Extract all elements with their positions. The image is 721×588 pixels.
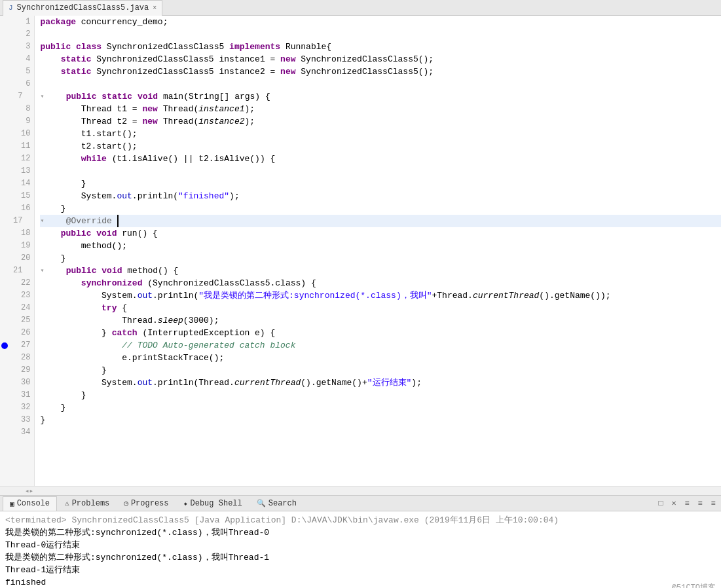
line-number-23: 23 — [13, 289, 30, 302]
line-number-19: 19 — [13, 240, 30, 252]
bottom-tab-bar: ▣Console⚠Problems◷Progress⬥Debug Shell🔍S… — [0, 496, 721, 511]
line-number-2: 2 — [13, 28, 30, 41]
line-number-4: 4 — [13, 53, 30, 65]
breakpoint-row-25[interactable] — [0, 314, 9, 327]
line-number-26: 26 — [13, 327, 30, 339]
code-line-11: t2.start(); — [40, 140, 721, 153]
line-number-15: 15 — [13, 190, 30, 202]
code-line-30: System.out.println(Thread.currentThread(… — [40, 377, 721, 389]
code-line-21: ▾ public void method() { — [40, 265, 721, 277]
breakpoint-row-1[interactable] — [0, 16, 9, 28]
code-line-10: t1.start(); — [40, 128, 721, 140]
line-number-34: 34 — [13, 426, 30, 439]
breakpoint-row-20[interactable] — [0, 252, 9, 265]
code-line-15: System.out.println("finished"); — [40, 190, 721, 202]
line-number-8: 8 — [13, 103, 30, 115]
breakpoint-row-15[interactable] — [0, 190, 9, 202]
close-icon[interactable]: × — [153, 5, 157, 12]
code-line-32: } — [40, 401, 721, 414]
console-line: 我是类锁的第二种形式:synchronized(*.class)，我叫Threa… — [5, 526, 716, 539]
breakpoint-row-23[interactable] — [0, 289, 9, 302]
breakpoint-row-7[interactable] — [0, 90, 9, 103]
breakpoint-row-19[interactable] — [0, 240, 9, 252]
panel-icon-4[interactable]: ≡ — [708, 498, 718, 509]
breakpoint-row-4[interactable] — [0, 53, 9, 65]
breakpoint-row-17[interactable] — [0, 215, 9, 227]
java-file-icon: J — [9, 4, 13, 12]
line-number-20: 20 — [13, 252, 30, 265]
bottom-tab-progress[interactable]: ◷Progress — [117, 496, 175, 511]
breakpoint-row-8[interactable] — [0, 103, 9, 115]
breakpoint-row-13[interactable] — [0, 165, 9, 177]
breakpoint-row-33[interactable] — [0, 414, 9, 426]
line-number-17: 17 — [13, 215, 30, 227]
h-scrollbar[interactable]: ◂▸ — [0, 486, 721, 495]
line-number-7: 7 — [13, 90, 30, 103]
line-number-9: 9 — [13, 115, 30, 128]
code-line-16: } — [40, 202, 721, 215]
line-number-6: 6 — [13, 78, 30, 90]
fold-icon[interactable]: ▾ — [40, 90, 44, 103]
breakpoint-row-10[interactable] — [0, 128, 9, 140]
breakpoint-row-26[interactable] — [0, 327, 9, 339]
line-number-10: 10 — [13, 128, 30, 140]
bottom-tab-search[interactable]: 🔍Search — [250, 496, 303, 511]
line-number-29: 29 — [13, 364, 30, 377]
panel-icon-1[interactable]: ✕ — [669, 498, 679, 509]
console-line: Thread-1运行结束 — [5, 564, 716, 576]
breakpoint-column — [0, 16, 9, 486]
breakpoint-row-2[interactable] — [0, 28, 9, 41]
code-line-18: public void run() { — [40, 227, 721, 240]
breakpoint-row-12[interactable] — [0, 153, 9, 165]
breakpoint-row-21[interactable] — [0, 265, 9, 277]
line-number-11: 11 — [13, 140, 30, 153]
code-line-6 — [40, 78, 721, 90]
fold-icon[interactable]: ▾ — [40, 265, 44, 277]
breakpoint-row-34[interactable] — [0, 426, 9, 439]
breakpoint-row-22[interactable] — [0, 277, 9, 289]
breakpoint-row-32[interactable] — [0, 401, 9, 414]
code-line-25: Thread.sleep(3000); — [40, 314, 721, 327]
line-number-13: 13 — [13, 165, 30, 177]
line-number-14: 14 — [13, 177, 30, 190]
code-line-13 — [40, 165, 721, 177]
breakpoint-row-27[interactable] — [0, 339, 9, 352]
breakpoint-row-16[interactable] — [0, 202, 9, 215]
breakpoint-row-18[interactable] — [0, 227, 9, 240]
breakpoint-row-29[interactable] — [0, 364, 9, 377]
code-content[interactable]: package concurrency_demo;public class Sy… — [35, 16, 721, 486]
code-line-3: public class SynchronizedClassClass5 imp… — [40, 41, 721, 53]
breakpoint-row-11[interactable] — [0, 140, 9, 153]
code-line-5: static SynchronizedClassClass5 instance2… — [40, 65, 721, 78]
breakpoint-row-30[interactable] — [0, 377, 9, 389]
panel-icon-0[interactable]: □ — [656, 498, 666, 509]
breakpoint-indicator — [1, 342, 8, 349]
code-line-14: } — [40, 177, 721, 190]
breakpoint-row-14[interactable] — [0, 177, 9, 190]
bottom-tab-debugshell[interactable]: ⬥Debug Shell — [177, 496, 249, 511]
code-line-34 — [40, 426, 721, 439]
breakpoint-row-5[interactable] — [0, 65, 9, 78]
breakpoint-row-9[interactable] — [0, 115, 9, 128]
code-line-19: method(); — [40, 240, 721, 252]
breakpoint-row-28[interactable] — [0, 352, 9, 364]
bottom-tab-problems[interactable]: ⚠Problems — [58, 496, 116, 511]
fold-icon[interactable]: ▾ — [40, 215, 44, 227]
line-number-30: 30 — [13, 377, 30, 389]
breakpoint-row-31[interactable] — [0, 389, 9, 401]
bottom-tab-console[interactable]: ▣Console — [3, 496, 57, 511]
panel-icon-2[interactable]: ≡ — [682, 498, 692, 509]
editor-area: 1234567891011121314151617181920212223242… — [0, 16, 721, 486]
line-number-31: 31 — [13, 389, 30, 401]
breakpoint-row-6[interactable] — [0, 78, 9, 90]
progress-label: Progress — [131, 499, 169, 508]
code-line-8: Thread t1 = new Thread(instance1); — [40, 103, 721, 115]
file-tab[interactable]: J SynchronizedClassClass5.java × — [3, 0, 162, 16]
panel-icon-3[interactable]: ≡ — [695, 498, 705, 509]
breakpoint-row-3[interactable] — [0, 41, 9, 53]
code-line-24: try { — [40, 302, 721, 314]
breakpoint-row-24[interactable] — [0, 302, 9, 314]
progress-icon: ◷ — [124, 499, 128, 507]
code-line-2 — [40, 28, 721, 41]
line-number-28: 28 — [13, 352, 30, 364]
